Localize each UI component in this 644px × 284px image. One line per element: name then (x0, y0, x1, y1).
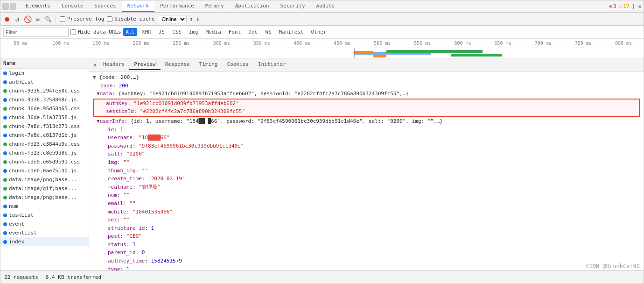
filter-media-btn[interactable]: Media (203, 28, 224, 36)
tab-elements[interactable]: Elements (20, 1, 56, 12)
json-parent-id-value: 0 (142, 248, 145, 257)
tab-security[interactable]: Security (275, 1, 311, 12)
expand-userinfo[interactable]: ▼ (97, 117, 100, 126)
tab-application[interactable]: Application (230, 1, 275, 12)
tab-initiator[interactable]: Initiator (253, 59, 291, 70)
request-item-num[interactable]: num (0, 202, 89, 211)
preserve-log-checkbox[interactable] (60, 16, 65, 22)
upload-icon[interactable]: ⬆ (189, 15, 193, 23)
json-colon-12: : (142, 175, 148, 183)
filter-ws-btn[interactable]: WS (262, 28, 274, 36)
json-thumb-img-key: thumb_img (108, 167, 136, 175)
tab-network[interactable]: Network (122, 1, 154, 12)
json-img-key: img (108, 158, 117, 167)
disable-cache-label[interactable]: Disable cache (107, 16, 154, 22)
tab-audits[interactable]: Audits (311, 1, 341, 12)
close-icon[interactable]: ✕ (638, 3, 642, 10)
request-item-chunk-4[interactable]: chunk-36de.51a37358.js (0, 113, 89, 122)
devtools-icon-1[interactable] (2, 3, 9, 10)
request-dot (3, 187, 7, 191)
record-icon[interactable]: ⏺ (3, 15, 11, 23)
request-item-chunk-7[interactable]: chunk-fd23.c3844a9a.css (0, 140, 89, 149)
filter-bar: Hide data URLs All XHR JS CSS Img Media … (0, 26, 644, 39)
request-dot (3, 142, 7, 146)
request-item-data-gif[interactable]: data:image/gif;base... (0, 184, 89, 193)
filter-xhr-btn[interactable]: XHR (139, 28, 154, 36)
request-item-login[interactable]: login (0, 69, 89, 78)
main-area: Name login authList chunk-9336.294fe50b.… (0, 58, 644, 271)
json-img-line: img : "" (93, 158, 640, 167)
json-email-key: email (108, 199, 123, 208)
refresh-icon[interactable]: ↺ (14, 15, 21, 23)
preview-close-btn[interactable]: ✕ (91, 61, 98, 69)
tab-cookies[interactable]: Cookies (222, 59, 253, 70)
request-item-eventlist[interactable]: eventList (0, 228, 89, 237)
preserve-log-label[interactable]: Preserve log (60, 16, 104, 22)
tab-preview[interactable]: Preview (129, 59, 160, 70)
request-dot (3, 98, 7, 102)
json-salt-value: "0200" (126, 150, 145, 158)
json-data-summary: {authKey: "1e921cb01091d089fb71953affdeb… (118, 90, 409, 98)
request-item-index[interactable]: index (0, 237, 89, 246)
clear-icon[interactable]: 🚫 (24, 15, 31, 23)
tab-timing[interactable]: Timing (195, 59, 223, 70)
request-dot (3, 178, 7, 182)
request-item-chunk-1[interactable]: chunk-9336.294fe50b.css (0, 86, 89, 95)
download-icon[interactable]: ⬇ (196, 15, 200, 23)
request-dot (3, 89, 7, 93)
json-salt-line: salt : "0200" (93, 150, 640, 158)
filter-doc-btn[interactable]: Doc (245, 28, 260, 36)
tab-sources[interactable]: Sources (89, 1, 121, 12)
filter-css-btn[interactable]: CSS (169, 28, 184, 36)
request-item-chunk-2[interactable]: chunk-9336.3258868c.js (0, 95, 89, 104)
tab-headers[interactable]: Headers (98, 59, 129, 70)
expand-root[interactable]: ▼ (93, 73, 96, 82)
filter-font-btn[interactable]: Font (226, 28, 244, 36)
expand-data[interactable]: ▼ (97, 90, 100, 98)
request-item-chunk-5[interactable]: chunk-7a8c.f313c271.css (0, 122, 89, 131)
throttle-select[interactable]: Online (158, 15, 187, 23)
request-item-chunk-6[interactable]: chunk-7a8c.c8137d1b.js (0, 131, 89, 140)
json-authkey-time-line: authkey_time : 1582451579 (93, 257, 640, 265)
filter-icon[interactable]: ⊟ (34, 15, 42, 23)
filter-manifest-btn[interactable]: Manifest (276, 28, 306, 36)
filter-all-btn[interactable]: All (123, 28, 137, 36)
request-item-chunk-3[interactable]: chunk-36de.95d58d65.css (0, 104, 89, 113)
request-dot (3, 71, 7, 75)
timeline-label-10: 550 ms (402, 41, 442, 48)
request-item-event[interactable]: event (0, 220, 89, 228)
disable-cache-checkbox[interactable] (107, 16, 112, 22)
filter-other-btn[interactable]: Other (308, 28, 329, 36)
json-colon-7: : (133, 134, 139, 142)
json-colon-22: : (145, 257, 151, 265)
json-colon-21: : (136, 248, 142, 257)
request-item-chunk-10[interactable]: chunk-cde0.0ae75140.js (0, 166, 89, 175)
json-userinfo-line: ▼ userInfo : {id: 1, username: "184██ █6… (93, 117, 640, 126)
request-item-data-png-1[interactable]: data:image/png;base... (0, 175, 89, 184)
tab-performance[interactable]: Performance (154, 1, 200, 12)
timeline-label-2: 150 ms (81, 41, 121, 48)
request-item-chunk-9[interactable]: chunk-cde0.e65d9b91.css (0, 157, 89, 166)
filter-img-btn[interactable]: Img (186, 28, 201, 36)
request-item-tasklist[interactable]: taskList (0, 211, 89, 220)
request-dot (3, 80, 7, 84)
request-item-chunk-8[interactable]: chunk-fd23.c8eb9d8b.js (0, 149, 89, 157)
hide-data-urls-label[interactable]: Hide data URLs (70, 29, 121, 35)
request-dot (3, 196, 7, 199)
request-item-data-png-2[interactable]: data:image/png;base... (0, 193, 89, 202)
filter-js-btn[interactable]: JS (156, 28, 168, 36)
hide-data-urls-checkbox[interactable] (70, 29, 76, 35)
name-column-label: Name (3, 60, 16, 66)
search-icon[interactable]: 🔍 (44, 15, 52, 23)
tab-response[interactable]: Response (161, 59, 195, 70)
filter-input[interactable] (3, 28, 69, 37)
timeline-label-9: 500 ms (362, 41, 402, 48)
json-code-line: code : 200 (93, 82, 640, 90)
tab-memory[interactable]: Memory (200, 1, 230, 12)
json-sex-line: sex : "" (93, 216, 640, 224)
timeline-bar-2 (354, 51, 373, 54)
devtools-icon-2[interactable] (10, 3, 16, 10)
tab-console[interactable]: Console (56, 1, 89, 12)
json-status-key: status (108, 241, 126, 249)
request-item-authlist[interactable]: authList (0, 78, 89, 86)
